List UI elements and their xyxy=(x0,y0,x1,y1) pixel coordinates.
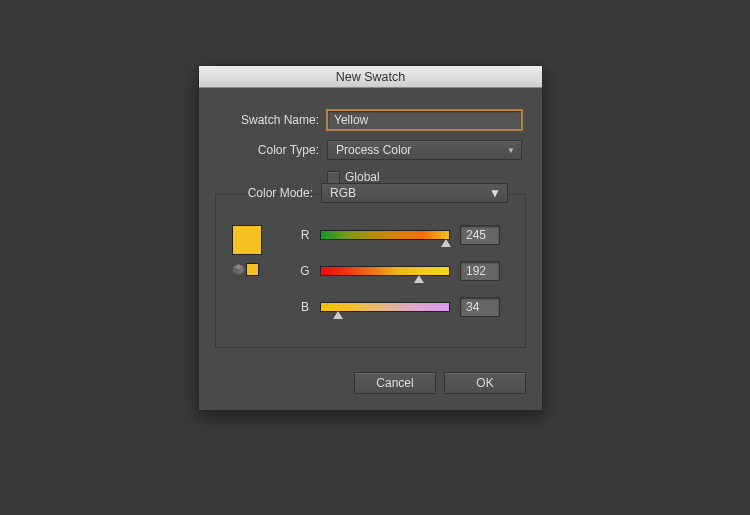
ok-button[interactable]: OK xyxy=(444,372,526,394)
swatch-preview-large xyxy=(232,225,262,255)
red-slider-row: R xyxy=(298,225,511,245)
blue-slider-thumb[interactable] xyxy=(333,311,343,319)
swatch-name-input[interactable] xyxy=(327,110,522,130)
global-label: Global xyxy=(345,170,380,184)
red-value-input[interactable] xyxy=(460,225,500,245)
color-mode-header: Color Mode: RGB ▼ xyxy=(216,183,525,203)
color-mode-label: Color Mode: xyxy=(216,186,321,200)
color-type-value: Process Color xyxy=(336,143,411,157)
dialog-title: New Swatch xyxy=(336,70,405,84)
color-type-row: Color Type: Process Color ▼ xyxy=(215,140,526,160)
global-checkbox[interactable] xyxy=(327,171,340,184)
green-value-input[interactable] xyxy=(460,261,500,281)
color-type-label: Color Type: xyxy=(215,143,327,157)
swatch-preview-area xyxy=(232,225,262,276)
global-row: Global xyxy=(215,170,526,184)
red-slider-track[interactable] xyxy=(320,230,450,240)
color-type-dropdown[interactable]: Process Color ▼ xyxy=(327,140,522,160)
blue-slider-row: B xyxy=(298,297,511,317)
color-mode-value: RGB xyxy=(330,186,356,200)
dialog-footer: Cancel OK xyxy=(215,372,526,394)
sliders-area: R G B xyxy=(298,225,511,317)
green-label: G xyxy=(298,264,312,278)
cube-icon xyxy=(232,263,245,276)
green-slider-thumb[interactable] xyxy=(414,275,424,283)
cancel-button[interactable]: Cancel xyxy=(354,372,436,394)
chevron-down-icon: ▼ xyxy=(507,146,515,155)
new-swatch-dialog: New Swatch Swatch Name: Color Type: Proc… xyxy=(198,65,543,411)
red-slider-thumb[interactable] xyxy=(441,239,451,247)
blue-label: B xyxy=(298,300,312,314)
blue-slider-track[interactable] xyxy=(320,302,450,312)
blue-value-input[interactable] xyxy=(460,297,500,317)
swatch-name-label: Swatch Name: xyxy=(215,113,327,127)
green-slider-row: G xyxy=(298,261,511,281)
dialog-content: Swatch Name: Color Type: Process Color ▼… xyxy=(199,88,542,410)
swatch-name-row: Swatch Name: xyxy=(215,110,526,130)
color-mode-group: Color Mode: RGB ▼ xyxy=(215,194,526,348)
dialog-titlebar[interactable]: New Swatch xyxy=(199,66,542,88)
color-mode-dropdown[interactable]: RGB ▼ xyxy=(321,183,508,203)
swatch-preview-small xyxy=(246,263,259,276)
chevron-down-icon: ▼ xyxy=(489,186,501,200)
green-slider-track[interactable] xyxy=(320,266,450,276)
red-label: R xyxy=(298,228,312,242)
